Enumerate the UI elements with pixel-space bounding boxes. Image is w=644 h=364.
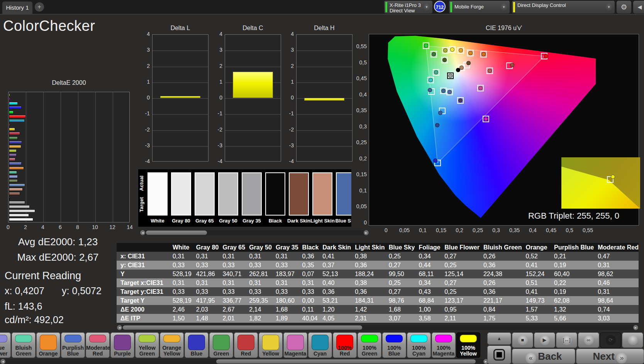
record-icon xyxy=(628,335,638,345)
swatch-label: Gray 50 xyxy=(216,218,240,224)
meter-dropdown[interactable]: X-Rite i1Pro 3 Direct View ▼ xyxy=(384,1,432,13)
patch-button-moderate-red[interactable]: Moderate Red xyxy=(86,332,110,358)
meter-count-badge[interactable]: 712 xyxy=(434,1,446,12)
swatch-gray-80 xyxy=(171,172,191,216)
table-scrollbar[interactable]: ◀ ▶ xyxy=(117,325,639,330)
measured-dot-marker xyxy=(432,52,436,56)
table-cell: 0,40 xyxy=(319,278,351,287)
swatch-scrollbar-thumb[interactable] xyxy=(146,231,207,235)
scroll-left-icon[interactable]: ◀ xyxy=(140,230,145,235)
table-cell: 2,11 xyxy=(441,314,480,323)
color-patch xyxy=(163,335,180,342)
table-cell: 221,17 xyxy=(480,296,522,305)
step-button[interactable]: [↔] xyxy=(556,332,577,348)
axis-tick-label: 0,15 xyxy=(346,171,367,177)
current-reading-label: Current Reading xyxy=(5,270,81,282)
axis-tick-label: -2 xyxy=(211,126,222,133)
patch-button-100-red[interactable]: 100% Red xyxy=(333,332,357,358)
patch-bar-scrollbar-thumb[interactable] xyxy=(216,359,476,364)
stop-button[interactable]: ■ xyxy=(512,332,533,348)
table-scrollbar-thumb[interactable] xyxy=(123,325,362,330)
scroll-left-icon[interactable]: ◀ xyxy=(117,325,122,330)
patch-button-label: 100% Magenta xyxy=(432,345,455,357)
table-cell: 0,35 xyxy=(298,261,319,270)
meter-name: X-Rite i1Pro 3 xyxy=(390,2,421,8)
next-button[interactable]: Next » xyxy=(576,349,644,364)
measured-dot-marker xyxy=(510,63,514,67)
patch-button-100-magenta[interactable]: 100% Magenta xyxy=(432,332,456,358)
patch-button-yellow-green[interactable]: Yellow Green xyxy=(135,332,159,358)
swatch-scrollbar[interactable]: ◀ ▶ xyxy=(140,230,369,235)
table-cell: 0,33 xyxy=(245,261,272,270)
tab-history-1[interactable]: History 1 xyxy=(2,2,32,14)
display-control-dropdown[interactable]: Direct Display Control ▼ xyxy=(512,1,615,13)
patch-button-blue[interactable]: Blue xyxy=(185,332,208,358)
measured-dot-marker xyxy=(433,158,437,163)
column-header: Foliage xyxy=(415,243,441,252)
next-button-label: Next xyxy=(593,351,615,362)
axis-tick-label: 0 xyxy=(3,224,13,230)
table-row: ΔE 20002,462,032,672,141,680,111,201,421… xyxy=(117,305,639,314)
table-cell: 99,50 xyxy=(385,270,415,278)
play-button[interactable]: ▶ xyxy=(534,332,555,348)
settings-gear-button[interactable]: ⚙ xyxy=(617,1,631,13)
patch-button-magenta[interactable]: Magenta xyxy=(283,332,307,358)
add-tab-button[interactable]: + xyxy=(35,2,44,12)
patch-button-purplish-blue[interactable]: Purplish Blue xyxy=(61,332,85,358)
table-cell: 0,33 xyxy=(192,261,219,270)
row-label: Target Y xyxy=(117,296,169,305)
collapse-panel-button[interactable]: ◀ xyxy=(633,1,644,13)
chevron-down-icon[interactable]: ▼ xyxy=(605,3,613,11)
patch-button-purple[interactable]: Purple xyxy=(110,332,134,358)
swatch-black xyxy=(265,172,285,216)
table-cell: 2,67 xyxy=(219,305,245,314)
patch-button-green[interactable]: Green xyxy=(209,332,233,358)
patch-button-cyan[interactable]: Cyan xyxy=(308,332,332,358)
patch-button-red[interactable]: Red xyxy=(234,332,258,358)
gridline xyxy=(297,130,352,131)
de-bar-orange xyxy=(9,167,24,170)
patch-button-orange-yellow[interactable]: Orange Yellow xyxy=(160,332,184,358)
patch-button-100-yellow[interactable]: 100% Yellow xyxy=(456,332,480,358)
scroll-up-button[interactable]: ▲ xyxy=(487,332,511,345)
gridline xyxy=(297,51,352,51)
column-header: Gray 80 xyxy=(192,243,219,252)
swatch-label: Gray 35 xyxy=(240,218,264,224)
patch-button-100-green[interactable]: 100% Green xyxy=(358,332,381,358)
axis-tick-label: 0,05 xyxy=(346,203,367,209)
chevron-down-icon[interactable]: ▼ xyxy=(423,3,430,11)
chevron-down-icon[interactable]: ▼ xyxy=(500,3,508,11)
axis-tick-label: -4 xyxy=(282,158,294,164)
table-cell: 62,08 xyxy=(550,296,594,305)
scroll-right-icon[interactable]: ▶ xyxy=(364,230,369,235)
swatch-gray-65 xyxy=(195,172,215,216)
patch-button-orange[interactable]: Orange xyxy=(36,332,60,358)
patch-button-yellow[interactable]: Yellow xyxy=(259,332,283,358)
de-bar-dark-skin xyxy=(9,192,20,195)
back-button[interactable]: « Back xyxy=(512,349,575,364)
patch-button-blue-flower[interactable]: Blue Flower xyxy=(0,332,11,358)
table-cell: 0,33 xyxy=(169,261,192,270)
delta-chart-delta-l xyxy=(152,34,208,162)
axis-tick-label: -1 xyxy=(282,110,294,116)
patch-button-100-cyan[interactable]: 100% Cyan xyxy=(407,332,431,358)
gridline xyxy=(297,67,352,67)
patch-button-100-blue[interactable]: 100% Blue xyxy=(382,332,406,358)
loop-button[interactable]: ∞ xyxy=(578,332,599,348)
source-dropdown[interactable]: Mobile Forge ▼ xyxy=(449,1,510,13)
patch-button-label: Red xyxy=(234,351,258,357)
scroll-left-icon[interactable]: ◀ xyxy=(0,359,5,364)
scroll-right-icon[interactable]: ▶ xyxy=(633,325,638,330)
color-patch xyxy=(40,335,57,350)
patch-bar-scrollbar[interactable]: ◀ ▶ xyxy=(0,359,489,364)
record-button[interactable] xyxy=(622,332,643,348)
table-cell: 0,74 xyxy=(594,305,639,314)
pattern-window-button[interactable] xyxy=(487,345,511,364)
table-cell: 0,31 xyxy=(245,278,272,287)
measured-dot-marker xyxy=(438,111,442,115)
table-row: y: CIE310,330,330,330,330,330,350,370,36… xyxy=(117,261,639,270)
patch-button-bluish-green[interactable]: Bluish Green xyxy=(12,332,36,358)
table-cell: 0,31 xyxy=(219,252,245,261)
measured-dot-marker xyxy=(434,70,438,74)
refresh-button[interactable]: ⟳ xyxy=(600,332,621,348)
